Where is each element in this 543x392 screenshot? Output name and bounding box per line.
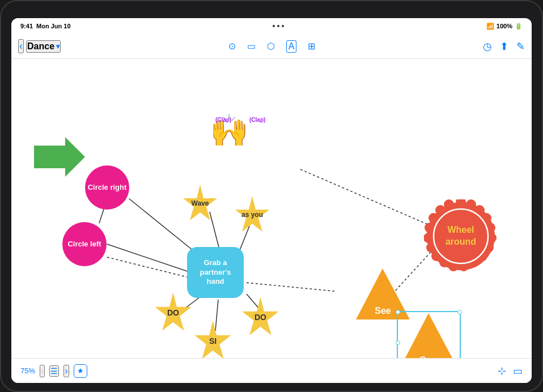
battery-label: 100% bbox=[497, 23, 512, 29]
bottom-right: ⊹ ▭ bbox=[498, 365, 523, 377]
time: 9:41 bbox=[20, 23, 33, 29]
zoom-level[interactable]: 75% bbox=[20, 367, 35, 375]
svg-point-20 bbox=[466, 199, 476, 210]
battery-icon: 🔋 bbox=[515, 23, 523, 30]
edit-icon[interactable]: ✎ bbox=[516, 40, 525, 53]
document-title: Dance bbox=[27, 41, 54, 52]
slide-list-button[interactable]: ☰ bbox=[49, 365, 59, 377]
wifi-icon: 📶 bbox=[486, 23, 494, 30]
status-dot-2 bbox=[277, 25, 279, 27]
wheel-around-label: Wheelaround bbox=[438, 224, 483, 248]
si-shape[interactable]: SI bbox=[192, 319, 234, 358]
media-tool-icon[interactable]: ⬡ bbox=[267, 41, 275, 52]
see-label: See bbox=[375, 306, 391, 316]
more-options-icon[interactable]: ◷ bbox=[483, 40, 492, 53]
toolbar-left: ‹ Dance ▾ bbox=[18, 39, 61, 53]
svg-line-9 bbox=[247, 283, 334, 291]
do-left-shape[interactable]: DO bbox=[152, 291, 194, 334]
svg-marker-40 bbox=[399, 313, 459, 358]
clap-hands-shape[interactable]: 🙌 (Clap) (Clap) bbox=[210, 110, 249, 149]
toolbar-center: ⊙ ▭ ⬡ A ⊞ bbox=[61, 40, 483, 53]
view-mode-icon[interactable]: ▭ bbox=[513, 365, 523, 377]
nav-forward-button[interactable]: › bbox=[63, 365, 69, 377]
image-tool-icon[interactable]: ⊞ bbox=[308, 41, 315, 52]
circle-right-label: Circle right bbox=[88, 183, 127, 192]
shapes-tool-icon[interactable]: ⊙ bbox=[228, 41, 236, 52]
status-bar: 9:41 Mon Jun 10 📶 100% 🔋 bbox=[11, 18, 532, 34]
document-title-button[interactable]: Dance ▾ bbox=[26, 40, 61, 53]
handle-ml[interactable] bbox=[396, 340, 400, 345]
wheel-around-shape[interactable]: Wheelaround bbox=[424, 199, 498, 273]
handle-tl[interactable] bbox=[396, 310, 400, 314]
wave-label: Wave bbox=[192, 199, 209, 207]
circle-left-label: Circle left bbox=[67, 240, 101, 249]
saw-label: Saw bbox=[419, 355, 438, 358]
text-tool-icon[interactable]: A bbox=[286, 40, 297, 53]
toolbar: ‹ Dance ▾ ⊙ ▭ ⬡ A ⊞ ◷ ⬆ ✎ bbox=[11, 34, 532, 59]
do-left-label: DO bbox=[167, 308, 179, 317]
status-center bbox=[273, 25, 284, 27]
toolbar-right: ◷ ⬆ ✎ bbox=[483, 40, 525, 53]
star-button[interactable]: ★ bbox=[74, 364, 87, 378]
circle-right-shape[interactable]: Circle right bbox=[85, 165, 129, 210]
back-chevron-icon: ‹ bbox=[19, 40, 23, 52]
svg-point-22 bbox=[481, 213, 491, 223]
star-icon: ★ bbox=[77, 367, 84, 375]
svg-point-31 bbox=[431, 251, 442, 261]
bottom-left: 75% ‹ ☰ › ★ bbox=[20, 364, 87, 378]
svg-marker-12 bbox=[34, 137, 85, 177]
date: Mon Jun 10 bbox=[36, 23, 71, 29]
table-tool-icon[interactable]: ▭ bbox=[247, 41, 256, 52]
bottom-bar: 75% ‹ ☰ › ★ ⊹ ▭ bbox=[11, 358, 532, 383]
nav-back-button[interactable]: ‹ bbox=[40, 365, 45, 377]
share-icon[interactable]: ⬆ bbox=[500, 40, 508, 53]
back-button[interactable]: ‹ bbox=[18, 39, 24, 53]
green-arrow-shape[interactable] bbox=[34, 137, 85, 177]
center-shape[interactable]: Grab apartner'shand bbox=[187, 247, 244, 298]
svg-point-36 bbox=[435, 205, 446, 215]
do-right-shape[interactable]: DO bbox=[239, 296, 282, 338]
svg-point-37 bbox=[444, 199, 454, 210]
dropdown-icon: ▾ bbox=[56, 42, 60, 50]
svg-point-34 bbox=[425, 223, 435, 233]
status-dot-3 bbox=[282, 25, 284, 27]
as-you-label: as you bbox=[241, 211, 263, 219]
status-right: 📶 100% 🔋 bbox=[486, 23, 523, 30]
circle-left-shape[interactable]: Circle left bbox=[62, 222, 107, 266]
canvas[interactable]: Circle right Circle left Wave as you bbox=[11, 59, 532, 358]
ipad-frame: 9:41 Mon Jun 10 📶 100% 🔋 ‹ Dance bbox=[0, 0, 543, 392]
clap-left-label: (Clap) bbox=[215, 117, 231, 123]
status-left: 9:41 Mon Jun 10 bbox=[20, 23, 71, 29]
status-dot-1 bbox=[273, 25, 275, 27]
handle-tr[interactable] bbox=[457, 310, 462, 314]
center-label: Grab apartner'shand bbox=[200, 258, 231, 287]
as-you-shape[interactable]: as you bbox=[232, 195, 272, 235]
triangle-saw-shape[interactable]: Saw bbox=[397, 311, 461, 358]
screen: 9:41 Mon Jun 10 📶 100% 🔋 ‹ Dance bbox=[11, 18, 532, 383]
clap-right-label: (Clap) bbox=[249, 117, 265, 123]
svg-line-11 bbox=[300, 169, 438, 229]
arrange-icon[interactable]: ⊹ bbox=[498, 365, 506, 377]
wave-shape[interactable]: Wave bbox=[180, 184, 220, 223]
do-right-label: DO bbox=[254, 313, 266, 322]
si-label: SI bbox=[209, 336, 217, 346]
